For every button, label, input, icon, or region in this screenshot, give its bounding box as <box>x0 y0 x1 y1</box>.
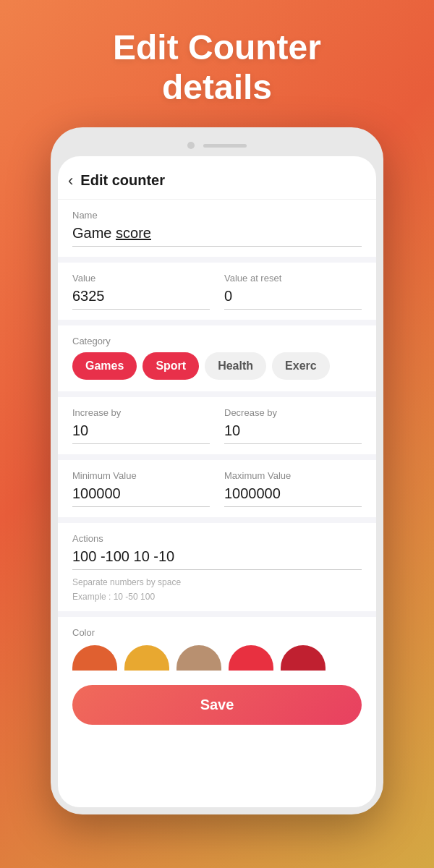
value-section: Value 6325 Value at reset 0 <box>58 263 376 326</box>
min-value-input[interactable]: 100000 <box>72 485 210 507</box>
name-part1: Game <box>72 225 116 241</box>
category-label: Category <box>72 336 362 346</box>
value-label: Value <box>72 273 210 284</box>
value-at-reset-label: Value at reset <box>224 273 362 284</box>
actions-section: Actions 100 -100 10 -10 Separate numbers… <box>58 523 376 616</box>
increase-by-input[interactable]: 10 <box>72 422 210 444</box>
color-option-4[interactable] <box>229 645 273 671</box>
color-option-3[interactable] <box>176 645 221 671</box>
color-section: Color <box>58 617 376 678</box>
min-max-section: Minimum Value 100000 Maximum Value 10000… <box>58 460 376 523</box>
name-input[interactable]: Game score <box>72 225 362 247</box>
save-button[interactable]: Save <box>72 685 362 725</box>
pill-exercise[interactable]: Exerc <box>272 352 330 380</box>
increase-by-label: Increase by <box>72 407 210 418</box>
color-option-5[interactable] <box>281 645 326 671</box>
actions-hint: Separate numbers by space Example : 10 -… <box>72 576 362 603</box>
pill-games[interactable]: Games <box>72 352 137 380</box>
min-value-label: Minimum Value <box>72 470 210 481</box>
decrease-by-label: Decrease by <box>224 407 362 418</box>
back-button[interactable]: ‹ <box>68 173 73 189</box>
min-value-col: Minimum Value 100000 <box>72 470 210 507</box>
actions-label: Actions <box>72 533 362 544</box>
name-section: Name Game score <box>58 200 376 263</box>
name-part2: score <box>116 225 151 241</box>
value-input[interactable]: 6325 <box>72 288 210 310</box>
pill-health[interactable]: Health <box>205 352 266 380</box>
color-row <box>72 645 362 671</box>
phone-wrapper: ‹ Edit counter Name Game score Value 632… <box>51 127 383 814</box>
increase-by-col: Increase by 10 <box>72 407 210 444</box>
color-option-2[interactable] <box>124 645 169 671</box>
color-label: Color <box>72 627 362 638</box>
max-value-input[interactable]: 1000000 <box>224 485 362 507</box>
category-pills: Games Sport Health Exerc <box>72 352 362 380</box>
actions-input[interactable]: 100 -100 10 -10 <box>72 548 362 570</box>
screen-header: ‹ Edit counter <box>58 156 376 200</box>
max-value-label: Maximum Value <box>224 470 362 481</box>
screen-title: Edit counter <box>80 172 165 189</box>
save-button-wrapper: Save <box>58 678 376 739</box>
page-title: Edit Counter details <box>84 27 350 107</box>
step-section: Increase by 10 Decrease by 10 <box>58 397 376 460</box>
phone-speaker <box>203 144 247 148</box>
category-section: Category Games Sport Health Exerc <box>58 326 376 397</box>
decrease-by-input[interactable]: 10 <box>224 422 362 444</box>
value-at-reset-input[interactable]: 0 <box>224 288 362 310</box>
max-value-col: Maximum Value 1000000 <box>224 470 362 507</box>
pill-sport[interactable]: Sport <box>142 352 199 380</box>
decrease-by-col: Decrease by 10 <box>224 407 362 444</box>
value-col: Value 6325 <box>72 273 210 310</box>
phone-camera <box>187 142 195 149</box>
name-label: Name <box>72 210 362 221</box>
color-option-1[interactable] <box>72 645 117 671</box>
phone-screen: ‹ Edit counter Name Game score Value 632… <box>58 156 376 807</box>
value-at-reset-col: Value at reset 0 <box>224 273 362 310</box>
